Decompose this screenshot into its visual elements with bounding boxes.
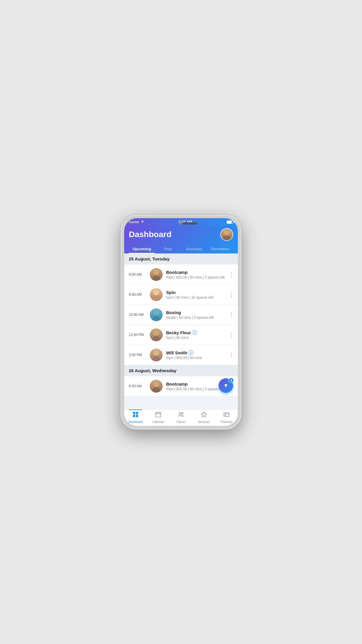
carrier-text: Carrier (129, 220, 145, 224)
header: Dashboard Upcoming Past Summary Reminder… (124, 226, 238, 253)
appt-name: Becky Fleur i (166, 330, 230, 335)
appointment-item: 8:00 AM Spin Gym | 60 mins | 10 spaces l… (124, 285, 238, 305)
svg-rect-0 (133, 412, 135, 414)
appt-info: Will Smith i Gym | $50.00 | 60 mins (166, 350, 230, 360)
svg-point-8 (179, 413, 181, 415)
nav-item-calendar[interactable]: Calendar (147, 411, 170, 424)
appt-info: Becky Fleur i Gym | 60 mins (166, 330, 230, 340)
appt-time: 8:00 AM (129, 293, 150, 297)
appt-avatar (150, 268, 163, 281)
section-date-2: 26 August, Wednesday (129, 368, 176, 373)
phone-frame: Carrier 8:07 AM Dashboard (121, 215, 241, 429)
tab-past[interactable]: Past (155, 244, 181, 253)
more-options-button[interactable] (230, 291, 233, 298)
svg-rect-12 (225, 415, 226, 416)
wifi-icon (140, 220, 145, 223)
section-header-1: 25 August, Tuesday (124, 253, 238, 265)
appointment-item: 12:00 PM Becky Fleur i Gym | 60 mins (124, 325, 238, 345)
appt-name: Boxing (166, 310, 230, 315)
appt-avatar (150, 328, 163, 341)
bottom-nav: Dashboard Calendar (124, 409, 238, 426)
section-header-2: 26 August, Wednesday (124, 365, 238, 376)
finances-icon (223, 411, 230, 419)
more-options-button[interactable] (230, 311, 233, 318)
appt-avatar (150, 308, 163, 321)
dashboard-icon (132, 411, 139, 419)
svg-rect-4 (156, 412, 161, 417)
appt-time: 6:00 AM (129, 384, 150, 388)
tab-reminders[interactable]: Reminders (207, 244, 233, 253)
content-area: 25 August, Tuesday 6:00 AM Bootcamp Park… (124, 253, 238, 409)
nav-label-dashboard: Dashboard (129, 420, 143, 424)
header-top: Dashboard (129, 228, 233, 241)
more-options-button[interactable] (230, 271, 233, 278)
appt-name: Spin (166, 290, 230, 295)
svg-rect-10 (224, 413, 229, 416)
tabs-container: Upcoming Past Summary Reminders (129, 244, 233, 253)
more-options-button[interactable] (230, 331, 233, 339)
info-icon[interactable]: i (189, 350, 193, 355)
appointment-item: 2:00 PM Will Smith i Gym | $50.00 | 60 (124, 345, 238, 365)
filter-fab-button[interactable]: ▼ 4 (219, 378, 233, 393)
appt-details: Park | $20.00 | 60 mins | 3 spaces left (166, 275, 230, 279)
filter-icon: ▼ (223, 383, 229, 389)
nav-label-calendar: Calendar (152, 420, 164, 424)
services-icon (201, 411, 207, 419)
appt-avatar (150, 288, 163, 301)
appt-info: Spin Gym | 60 mins | 10 spaces left (166, 290, 230, 300)
appt-time: 12:00 PM (129, 333, 150, 337)
info-icon[interactable]: i (192, 330, 197, 335)
svg-rect-3 (136, 415, 138, 417)
appt-name: Will Smith i (166, 350, 230, 355)
more-options-button[interactable] (230, 351, 233, 359)
appt-time: 10:00 AM (129, 313, 150, 317)
calendar-icon (155, 411, 161, 419)
status-bar: Carrier 8:07 AM (124, 218, 238, 226)
tab-summary[interactable]: Summary (181, 244, 207, 253)
appointment-item: 10:00 AM Boxing Studio | 60 mins | 5 spa… (124, 305, 238, 325)
appt-details: Studio | 60 mins | 5 spaces left (166, 316, 230, 320)
battery-indicator (226, 220, 233, 224)
filter-badge: 4 (229, 378, 234, 383)
avatar[interactable] (220, 228, 233, 241)
appt-time: 6:00 AM (129, 272, 150, 276)
nav-label-services: Services (198, 420, 209, 424)
phone-screen: Carrier 8:07 AM Dashboard (124, 218, 238, 426)
nav-item-dashboard[interactable]: Dashboard (124, 411, 147, 424)
nav-item-services[interactable]: Services (192, 411, 215, 424)
status-time: 8:07 AM (179, 220, 192, 224)
appt-avatar (150, 349, 163, 361)
appt-details: Gym | $50.00 | 60 mins (166, 356, 230, 360)
appointment-item: 6:00 AM Bootcamp Park | $20.00 | 60 mins… (124, 265, 238, 285)
tab-upcoming[interactable]: Upcoming (129, 244, 155, 253)
appt-details: Gym | 60 mins (166, 336, 230, 340)
nav-item-clients[interactable]: Clients (170, 411, 192, 424)
appt-name: Bootcamp (166, 270, 230, 275)
svg-rect-2 (133, 415, 135, 417)
nav-label-finances: Finances (221, 420, 233, 424)
svg-rect-1 (136, 412, 138, 414)
appt-details: Gym | 60 mins | 10 spaces left (166, 295, 230, 300)
appt-avatar (150, 380, 163, 393)
nav-item-finances[interactable]: Finances (215, 411, 238, 424)
appt-info: Bootcamp Park | $20.00 | 60 mins | 3 spa… (166, 270, 230, 279)
appt-time: 2:00 PM (129, 353, 150, 357)
page-title: Dashboard (129, 230, 171, 239)
section-date-1: 25 August, Tuesday (129, 256, 170, 261)
clients-icon (178, 411, 184, 419)
svg-point-9 (182, 413, 183, 414)
nav-label-clients: Clients (177, 420, 186, 424)
appt-info: Boxing Studio | 60 mins | 5 spaces left (166, 310, 230, 320)
